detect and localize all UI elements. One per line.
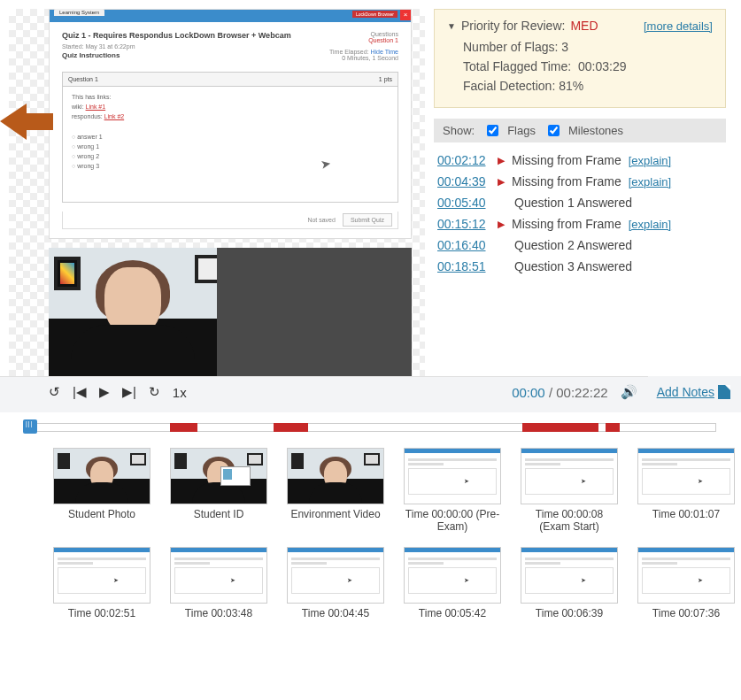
thumbnail[interactable]: ➤Time 00:01:07 [637, 448, 735, 535]
add-notes-link[interactable]: Add Notes [657, 385, 730, 399]
flags-checkbox-label: Flags [507, 124, 536, 137]
event-description: Question 2 Answered [514, 238, 632, 252]
thumbnail[interactable]: ➤Time 00:03:48 [170, 547, 267, 634]
timeline-flag-segment [274, 423, 308, 432]
thumbnail-label: Time 00:04:45 [287, 607, 384, 634]
thumbnail-label: Time 00:06:39 [521, 607, 618, 634]
thumbnail[interactable]: ➤Time 00:04:45 [287, 547, 384, 634]
facial-detection-pct: 81% [559, 79, 583, 93]
explain-link[interactable]: [explain] [629, 218, 671, 231]
svg-marker-0 [0, 104, 53, 140]
event-description: Missing from Frame [512, 217, 621, 231]
event-description: Missing from Frame [512, 174, 621, 188]
event-timestamp[interactable]: 00:16:40 [437, 238, 490, 252]
milestones-checkbox-label: Milestones [568, 124, 623, 137]
event-row: 00:04:39▶Missing from Frame[explain] [437, 171, 722, 192]
thumbnail[interactable]: Student ID [170, 448, 267, 535]
priority-review-panel: ▼ Priority for Review: MED [more details… [434, 9, 726, 108]
thumbnail[interactable]: Environment Video [287, 448, 384, 535]
skip-prev-icon[interactable]: |◀ [73, 384, 87, 400]
milestones-checkbox[interactable] [548, 125, 560, 136]
pointer-arrow-icon [0, 102, 53, 144]
question-label: Question 1 [68, 76, 98, 82]
replay-fwd-icon[interactable]: ↻ [149, 384, 160, 400]
thumbnail[interactable]: ➤Time 00:05:42 [404, 547, 501, 634]
flag-count: 3 [561, 40, 568, 54]
browser-tab: Learning System [54, 9, 104, 16]
thumbnail[interactable]: ➤Time 00:07:36 [637, 547, 735, 634]
cursor-icon: ➤ [320, 156, 333, 172]
timeline-flag-segment [522, 423, 598, 432]
answer-option: wrong 3 [72, 163, 389, 169]
questions-side-link: Question 1 [368, 37, 398, 43]
event-row: 00:15:12▶Missing from Frame[explain] [437, 213, 722, 235]
quiz-title: Quiz 1 - Requires Respondus LockDown Bro… [62, 31, 291, 40]
question-points: 1 pts [379, 76, 392, 82]
thumbnail-label: Student ID [170, 508, 267, 535]
questions-side-label: Questions [329, 31, 398, 37]
submit-quiz-button: Submit Quiz [343, 213, 392, 227]
thumbnail-label: Time 00:00:00 (Pre-Exam) [404, 508, 501, 535]
play-icon[interactable]: ▶ [99, 384, 110, 400]
quiz-instructions-heading: Quiz Instructions [62, 51, 291, 59]
thumbnail[interactable]: Student Photo [53, 448, 151, 535]
event-timestamp[interactable]: 00:02:12 [437, 153, 490, 167]
timeline-handle[interactable] [23, 419, 37, 434]
flag-icon: ▶ [498, 219, 505, 230]
exam-screen-capture: Learning System LockDown Browser × Quiz … [49, 9, 412, 239]
thumbnail-label: Environment Video [287, 508, 384, 535]
replay-back-icon[interactable]: ↺ [49, 384, 60, 400]
event-list: 00:02:12▶Missing from Frame[explain]00:0… [434, 142, 726, 284]
thumbnail-label: Time 00:07:36 [637, 607, 735, 634]
timeline-flag-segment [606, 423, 620, 432]
webcam-panel [49, 248, 425, 376]
event-row: 00:18:51Question 3 Answered [437, 256, 722, 277]
thumbnail[interactable]: ➤Time 00:00:00 (Pre-Exam) [404, 448, 501, 535]
explain-link[interactable]: [explain] [629, 175, 671, 188]
thumbnail-label: Time 00:02:51 [53, 607, 151, 634]
flagged-time: 00:03:29 [578, 59, 627, 73]
priority-level: MED [570, 19, 598, 33]
answer-option: wrong 1 [72, 143, 389, 150]
event-timestamp[interactable]: 00:15:12 [437, 217, 490, 231]
thumbnail-label: Time 00:03:48 [170, 607, 267, 634]
thumbnail-label: Time 00:00:08 (Exam Start) [521, 508, 618, 535]
event-timestamp[interactable]: 00:04:39 [437, 174, 490, 188]
playback-speed[interactable]: 1x [173, 385, 187, 400]
current-time: 00:00 [512, 385, 545, 400]
flags-checkbox[interactable] [487, 125, 498, 136]
event-row: 00:02:12▶Missing from Frame[explain] [437, 150, 722, 171]
thumbnail[interactable]: ➤Time 00:02:51 [53, 547, 151, 634]
duration: 00:22:22 [556, 385, 607, 400]
event-timestamp[interactable]: 00:05:40 [437, 196, 490, 210]
event-timestamp[interactable]: 00:18:51 [437, 259, 490, 273]
flag-icon: ▶ [498, 155, 505, 166]
volume-icon[interactable]: 🔊 [621, 384, 637, 400]
thumbnail-label: Student Photo [53, 508, 151, 535]
thumbnail[interactable]: ➤Time 00:06:39 [521, 547, 618, 634]
timeline-flag-segment [170, 423, 197, 432]
thumbnail-label: Time 00:05:42 [404, 607, 501, 634]
event-description: Question 1 Answered [514, 196, 632, 210]
event-description: Question 3 Answered [514, 259, 632, 273]
skip-next-icon[interactable]: ▶| [122, 384, 136, 400]
event-description: Missing from Frame [512, 153, 621, 167]
flag-icon: ▶ [498, 176, 505, 188]
quiz-started: Started: May 31 at 6:22pm [62, 43, 291, 50]
thumbnail-label: Time 00:01:07 [637, 508, 735, 535]
close-icon: × [400, 10, 411, 20]
thumbnail[interactable]: ➤Time 00:00:08 (Exam Start) [521, 448, 618, 535]
show-filter-bar: Show: Flags Milestones [434, 119, 726, 142]
lockdown-badge: LockDown Browser [352, 11, 398, 18]
event-row: 00:16:40Question 2 Answered [437, 235, 722, 256]
answer-option: answer 1 [72, 134, 389, 140]
more-details-link[interactable]: [more details] [644, 19, 713, 33]
priority-label: Priority for Review: [461, 19, 565, 33]
event-row: 00:05:40Question 1 Answered [437, 192, 722, 213]
answer-option: wrong 2 [72, 153, 389, 159]
show-label: Show: [443, 124, 475, 137]
collapse-icon[interactable]: ▼ [447, 21, 456, 31]
timeline-scrubber[interactable] [25, 418, 716, 437]
note-icon [718, 385, 730, 399]
explain-link[interactable]: [explain] [629, 154, 671, 167]
